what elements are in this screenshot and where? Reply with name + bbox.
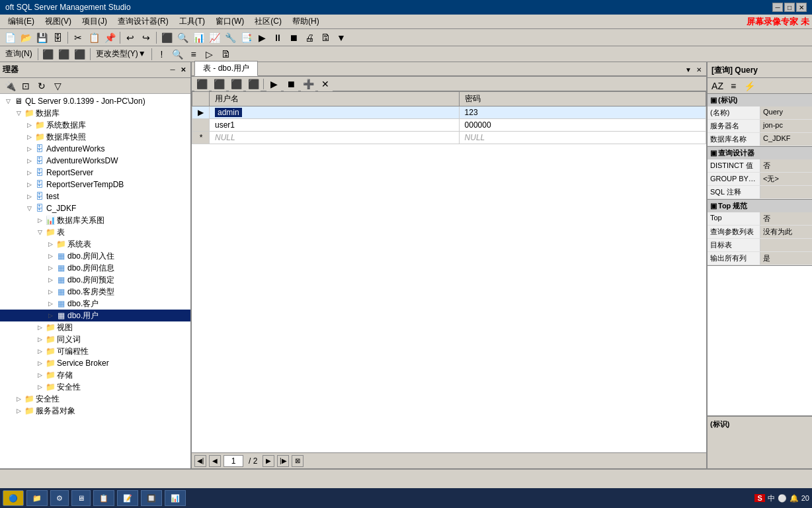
toolbar-btn-1[interactable]: ⬛ [159,30,174,45]
menu-window[interactable]: 窗口(W) [210,15,249,28]
menu-help[interactable]: 帮助(H) [287,15,325,28]
prop-value-dbname[interactable]: C_JDKF [760,133,812,146]
toolbar-btn-10[interactable]: 🖨 [302,30,317,45]
menu-community[interactable]: 社区(C) [249,15,287,28]
menu-edit[interactable]: 编辑(E) [3,15,40,28]
expand-fjxx[interactable]: ▷ [45,263,56,273]
toolbar-btn-4[interactable]: 📈 [207,30,222,45]
show-sql-btn[interactable]: ⬛ [229,77,243,91]
toolbar-btn-2[interactable]: 🔍 [175,30,190,45]
page-input[interactable] [223,455,243,467]
nav-prev-button[interactable]: ◀ [209,455,221,467]
taskbar-btn-1[interactable]: 📁 [26,490,48,506]
paste-button[interactable]: 📌 [102,30,117,45]
undo-button[interactable]: ↩ [123,30,138,45]
tree-item-table-fjxx[interactable]: ▷ ▦ dbo.房间信息 [0,262,190,274]
tree-item-server-objects[interactable]: ▷ 📁 服务器对象 [0,405,190,417]
expand-databases[interactable]: ▽ [13,108,24,118]
tree-item-reportservertempdb[interactable]: ▷ 🗄 ReportServerTempDB [0,179,190,190]
menu-project[interactable]: 项目(J) [77,15,112,28]
prop-value-outputall[interactable]: 是 [760,252,812,265]
menu-query-designer[interactable]: 查询设计器(R) [112,15,174,28]
prop-value-server[interactable]: jon-pc [760,120,812,132]
prop-value-name[interactable]: Query [760,106,812,119]
taskbar-btn-5[interactable]: 📝 [117,490,138,506]
tree-item-table-yh[interactable]: ▷ ▦ dbo.用户 [0,310,190,321]
open-button[interactable]: 📂 [19,30,33,45]
cell-username-null[interactable]: NULL [210,132,460,144]
expand-aw[interactable]: ▷ [24,144,34,154]
expand-kflx[interactable]: ▷ [45,286,56,297]
taskbar-btn-6[interactable]: 🔲 [141,490,162,506]
nav-first-button[interactable]: ◀| [194,455,206,467]
toolbar-btn-7[interactable]: ▶ [255,30,269,45]
nav-stop-button[interactable]: ⊠ [292,455,304,467]
expand-sb[interactable]: ▷ [34,358,45,368]
expand-yh[interactable]: ▷ [45,310,56,321]
prop-value-target[interactable] [760,239,812,251]
copy-button[interactable]: 📋 [87,30,101,45]
connect-button[interactable]: 🔌 [3,79,17,93]
tb2-btn-7[interactable]: ▷ [202,47,217,62]
minimize-button[interactable]: ─ [772,3,783,12]
prop-value-distinct[interactable]: 否 [760,159,812,172]
table-row[interactable]: ▶ admin 123 [192,106,706,119]
close-button[interactable]: ✕ [796,3,807,12]
toolbar-btn-6[interactable]: 📑 [239,30,253,45]
cell-password-null[interactable]: NULL [459,132,706,144]
tree-item-views[interactable]: ▷ 📁 视图 [0,321,190,333]
tree-item-synonyms[interactable]: ▷ 📁 同义词 [0,333,190,345]
tree-item-system-db[interactable]: ▷ 📁 系统数据库 [0,119,190,131]
disconnect-button[interactable]: ⊡ [19,79,33,93]
expand-awdw[interactable]: ▷ [24,155,34,166]
run-query-btn[interactable]: ▶ [266,77,281,91]
prop-value-groupby[interactable]: <无> [760,173,812,185]
props-cat-sort-btn[interactable]: ≡ [726,79,741,93]
expand-so[interactable]: ▷ [13,405,24,416]
tree-item-adventureworks[interactable]: ▷ 🗄 AdventureWorks [0,143,190,155]
toolbar-btn-8[interactable]: ⏸ [270,30,285,45]
prop-value-top[interactable]: 否 [760,212,812,225]
tab-dropdown-btn[interactable]: ▼ [684,65,693,74]
tree-item-service-broker[interactable]: ▷ 📁 Service Broker [0,357,190,369]
menu-tools[interactable]: 工具(T) [174,15,210,28]
expand-rs[interactable]: ▷ [24,167,34,178]
panel-close-button[interactable]: ✕ [179,65,188,75]
tree-container[interactable]: ▽ 🖥 QL Server 9.0.1399 - Jon-PC\Jon) ▽ 📁… [0,94,190,468]
tree-item-sys-tables[interactable]: ▷ 📁 系统表 [0,238,190,250]
show-diagram-btn[interactable]: ⬛ [194,77,209,91]
cell-username-2[interactable]: user1 [210,119,460,132]
expand-fjyd[interactable]: ▷ [45,275,56,285]
section-header-top[interactable]: ▣ Top 规范 [708,200,812,212]
tb2-btn-6[interactable]: ≡ [186,47,201,62]
expand-rstdb[interactable]: ▷ [24,179,34,190]
tree-item-reportserver[interactable]: ▷ 🗄 ReportServer [0,167,190,179]
expand-sec[interactable]: ▷ [34,382,45,392]
save-all-button[interactable]: 🗄 [50,30,65,45]
tb2-btn-2[interactable]: ⬛ [57,47,71,62]
tree-item-programmability[interactable]: ▷ 📁 可编程性 [0,345,190,357]
tree-item-table-fjyd[interactable]: ▷ ▦ dbo.房间预定 [0,274,190,286]
panel-pin-button[interactable]: ─ [168,65,177,75]
nav-next-button[interactable]: ▶ [263,455,274,467]
tree-item-db-snapshot[interactable]: ▷ 📁 数据库快照 [0,131,190,143]
tree-item-table-kflx[interactable]: ▷ ▦ dbo.客房类型 [0,286,190,298]
tree-item-table-kh[interactable]: ▷ ▦ dbo.客户 [0,298,190,310]
show-results-btn[interactable]: ⬛ [246,77,261,91]
props-az-sort-btn[interactable]: AZ [710,79,725,93]
save-button[interactable]: 💾 [34,30,49,45]
tree-item-adventureworksdw[interactable]: ▷ 🗄 AdventureWorksDW [0,155,190,167]
data-grid[interactable]: 用户名 密码 ▶ admin 123 user1 000000 [192,91,706,452]
tree-item-table-fjrz[interactable]: ▷ ▦ dbo.房间入住 [0,250,190,262]
section-header-qd[interactable]: ▣ 查询设计器 [708,147,812,159]
redo-button[interactable]: ↪ [139,30,153,45]
stop-query-btn[interactable]: ⏹ [284,77,298,91]
tb2-btn-5[interactable]: 🔍 [171,47,185,62]
cell-username-1[interactable]: admin [210,106,460,119]
tree-item-server[interactable]: ▽ 🖥 QL Server 9.0.1399 - Jon-PC\Jon) [0,95,190,107]
taskbar-btn-4[interactable]: 📋 [93,490,114,506]
expand-synonyms[interactable]: ▷ [34,334,45,345]
start-button[interactable]: 🔵 [3,490,24,506]
new-query-button[interactable]: 📄 [3,30,17,45]
tree-item-cjdkf[interactable]: ▽ 🗄 C_JDKF [0,202,190,214]
